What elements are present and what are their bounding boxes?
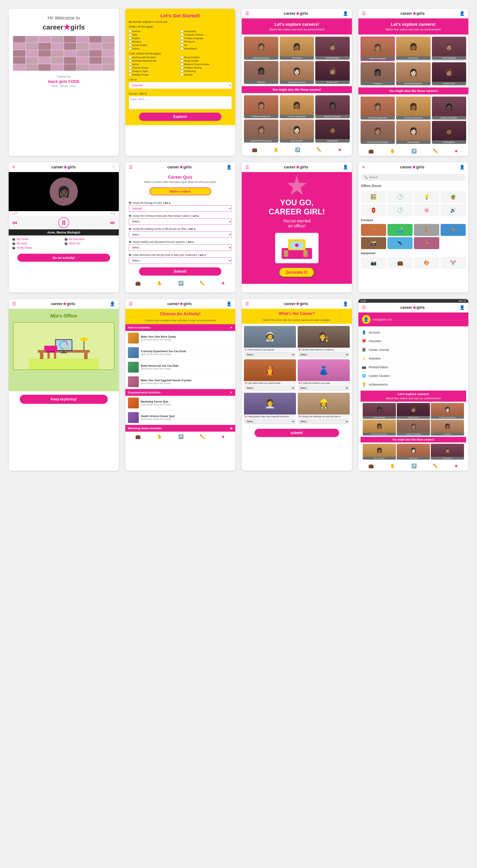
nav-star-icon[interactable]: ★ (338, 147, 342, 152)
like-creative[interactable]: Buing Creative (181, 56, 232, 59)
career-card-biochemist[interactable]: 👩🏾 Biochemist (280, 37, 314, 60)
decor-item-blue[interactable]: 🪑 (441, 224, 466, 236)
user-icon[interactable]: 👤 (459, 11, 465, 16)
decorate-button[interactable]: Decorate it! (279, 268, 314, 277)
fun-textarea[interactable] (129, 96, 232, 109)
q5-select[interactable]: Select... (129, 257, 232, 264)
decor-chair-grey[interactable]: 🪑 (414, 224, 439, 236)
nav-briefcase-icon[interactable]: 💼 (135, 281, 141, 286)
career-card-prof[interactable]: 👩🏽 Professor Researcher (361, 97, 395, 120)
menu-career-physician[interactable]: 👩🏾 Physician (431, 420, 464, 436)
subject-fl[interactable]: Foreign Language (181, 37, 232, 39)
decor-item-clock[interactable]: 🕐 (387, 191, 413, 203)
nav-star-icon[interactable]: ★ (454, 148, 458, 154)
activity-geode[interactable]: Make Your Own Eggshell Geode Crystals Sh… (125, 375, 235, 389)
like-sports[interactable]: Sports (129, 63, 180, 65)
chevron-down-icon[interactable]: ▼ (230, 391, 233, 394)
decor-sofa-blue[interactable]: 💺 (387, 237, 413, 249)
like-animals[interactable]: Animals (181, 73, 232, 76)
career-card-physician[interactable]: 👩🏿 Physician (244, 61, 278, 84)
watch-video-button[interactable]: Watch a video! (149, 187, 211, 195)
close-icon[interactable]: ✕ (362, 165, 365, 169)
decor-item-lamp[interactable]: 💡 (414, 191, 439, 203)
like-stories[interactable]: Sharing Stories (129, 66, 180, 69)
nav-star-icon[interactable]: ★ (454, 463, 458, 468)
nav-share-icon[interactable]: ↗️ (178, 434, 184, 439)
menu-more-1[interactable]: 👩🏾 Env. Advocate (363, 444, 396, 460)
career-card-biomed[interactable]: 👩🏻 Biomedical Scientist (280, 61, 314, 84)
career-card-vet[interactable]: 👩🏾 Vet Engineer (432, 121, 466, 144)
chevron-right-icon[interactable]: ▶ (231, 427, 233, 430)
hamburger-icon[interactable]: ☰ (362, 305, 366, 310)
equip-bag[interactable]: 💼 (387, 257, 413, 269)
like-hiring[interactable]: Hiring People (181, 59, 232, 62)
menu-activities[interactable]: ⚡ Activities (359, 354, 469, 363)
user-icon[interactable]: 👤 (343, 11, 348, 16)
career-card-duty[interactable]: 👩🏻 Duty Scientist (280, 120, 314, 143)
subject-art[interactable]: Art (181, 44, 232, 46)
menu-career-biotech[interactable]: 👩🏽 Biotech CEO (397, 403, 430, 419)
nav-share-icon[interactable]: ↗️ (411, 463, 417, 468)
like-performing[interactable]: Performing (181, 70, 232, 72)
activity-marketing[interactable]: Marketing Career Quiz Short blurb about … (125, 396, 235, 410)
match-select-5[interactable]: Select... (245, 420, 295, 424)
menu-favorites[interactable]: ❤️ Favorites (359, 337, 469, 345)
forward-icon[interactable]: ⏭ (110, 220, 115, 226)
menu-account[interactable]: 👤 Account (359, 328, 469, 337)
nav-pencil-icon[interactable]: ✏️ (200, 281, 205, 286)
chevron-down-icon[interactable]: ▼ (230, 326, 233, 329)
q2-select[interactable]: Select... (129, 218, 232, 225)
career-card-biomed[interactable]: 👩🏻 Biomedical Scientist (396, 62, 431, 85)
decor-table-brown[interactable]: 🗃️ (361, 237, 386, 249)
activity-button[interactable]: Do an activity! (18, 254, 110, 262)
link-what-i-do[interactable]: 🎬 What I Do (64, 242, 115, 245)
activity-rock-candy[interactable]: Make Your Own Rock Candy Short blurb abo… (125, 331, 235, 345)
subject-english[interactable]: English (129, 37, 180, 39)
like-building[interactable]: Building Things (129, 73, 180, 76)
user-icon[interactable]: 👤 (110, 301, 115, 306)
menu-career-biomed[interactable]: 👩🏻 Professor Researcher (431, 403, 464, 419)
hamburger-icon[interactable]: ☰ (245, 11, 249, 16)
decor-item-speaker[interactable]: 🔊 (441, 204, 466, 216)
career-card-biotech[interactable]: 👩🏽 Biotech CEO (315, 61, 350, 84)
decor-chair-arm[interactable]: 🪑 (414, 237, 439, 249)
career-card-physician[interactable]: 👩🏿 Physician (361, 62, 395, 85)
menu-more-2[interactable]: 👩🏻 Biochemist (397, 444, 430, 460)
like-numbers[interactable]: Working with Numbers (129, 56, 180, 59)
heart-icon[interactable]: ♡ (112, 165, 115, 169)
nav-pencil-icon[interactable]: ✏️ (433, 148, 438, 154)
decor-item-lantern[interactable]: 🏮 (361, 204, 386, 216)
career-card-molecular[interactable]: 👩🏽 Molecular Biologist (244, 37, 278, 60)
match-select-2[interactable]: Select... (299, 352, 349, 357)
activity-health-science[interactable]: Health Science Career Quiz Short blurb a… (125, 410, 235, 425)
decor-item-frame[interactable]: 🖼️ (361, 191, 386, 203)
nav-star-icon[interactable]: ★ (221, 434, 225, 439)
decor-item-clock2[interactable]: 🕐 (387, 204, 413, 216)
explore-button[interactable]: Explore! (139, 113, 222, 121)
career-card-forensic[interactable]: 👩🏾 Forensic Genomicist (280, 95, 314, 118)
link-my-career[interactable]: 🎬 My Career (12, 238, 63, 241)
link-all-videos[interactable]: 🎬 All My Videos (12, 246, 63, 249)
menu-achievements[interactable]: 🏆 Achievements (359, 380, 469, 389)
user-icon[interactable]: 👤 (226, 164, 232, 170)
menu-career-marine[interactable]: 👩🏿 Marine Biologist (363, 403, 396, 419)
hamburger-icon[interactable]: ☰ (362, 11, 366, 16)
grade-select[interactable]: Selected 6th grade 7th grade 8th grade (129, 82, 232, 89)
menu-photos-videos[interactable]: 📷 Photos/Videos (359, 363, 469, 372)
decor-desk[interactable]: 🪑 (361, 224, 386, 236)
nav-share-icon[interactable]: ↗️ (178, 281, 184, 286)
q1-select[interactable]: Selected (129, 205, 232, 212)
user-icon[interactable]: 👤 (459, 164, 465, 170)
menu-career-journal[interactable]: 📓 Career Journal (359, 345, 469, 354)
subject-ss[interactable]: Social Studies (129, 44, 180, 46)
career-card-biocons[interactable]: 👩🏿 Biotech Consultant (315, 95, 350, 118)
nav-briefcase-icon[interactable]: 💼 (135, 434, 141, 439)
career-card-enviro[interactable]: 👩🏽 Environmental Advocate (361, 121, 395, 144)
close-icon[interactable]: ✕ (12, 165, 15, 169)
like-media[interactable]: Media & Current Events (181, 63, 232, 65)
like-design[interactable]: Design & Style (129, 70, 180, 72)
q3-select[interactable]: Select... (129, 231, 232, 238)
career-card-enviro[interactable]: 👩🏽 Environmental Advocate (244, 120, 278, 143)
nav-pencil-icon[interactable]: ✏️ (316, 147, 322, 152)
subject-music[interactable]: Music/Band (181, 47, 232, 50)
